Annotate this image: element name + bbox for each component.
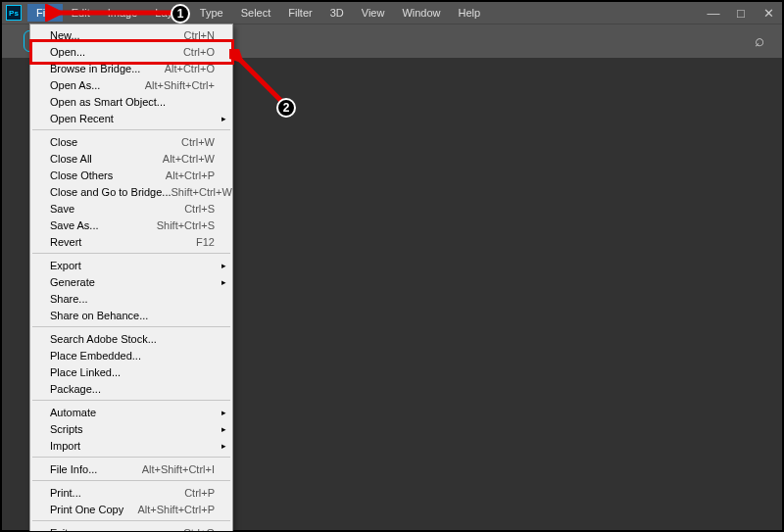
menu-revert[interactable]: RevertF12 bbox=[30, 233, 232, 250]
menu-item-label: Exit bbox=[50, 527, 68, 533]
menu-scripts[interactable]: Scripts bbox=[30, 420, 232, 437]
menu-item-label: Place Linked... bbox=[50, 366, 121, 378]
menu-item-label: Export bbox=[50, 260, 81, 271]
menu-print[interactable]: Print...Ctrl+P bbox=[30, 484, 232, 501]
close-window-button[interactable]: ✕ bbox=[755, 2, 782, 24]
menu-item-label: Scripts bbox=[50, 423, 83, 435]
annotation-step-2: 2 bbox=[276, 98, 296, 118]
menu-automate[interactable]: Automate bbox=[30, 404, 232, 420]
menu-separator bbox=[32, 326, 230, 327]
app-window: Ps FileEditImageLayerTypeSelectFilter3DV… bbox=[2, 2, 782, 530]
menu-separator bbox=[32, 520, 230, 521]
menu-separator bbox=[32, 480, 230, 481]
menu-browse-in-bridge[interactable]: Browse in Bridge...Alt+Ctrl+O bbox=[30, 60, 232, 76]
photoshop-icon: Ps bbox=[6, 5, 22, 21]
menu-item-type[interactable]: Type bbox=[191, 4, 232, 22]
menu-item-label: Revert bbox=[50, 236, 81, 248]
search-icon[interactable]: ⌕ bbox=[755, 31, 764, 51]
menu-item-label: Save bbox=[50, 203, 74, 215]
menu-open-recent[interactable]: Open Recent bbox=[30, 110, 232, 126]
menu-item-file[interactable]: File bbox=[27, 4, 63, 22]
menu-separator bbox=[32, 253, 230, 254]
menu-item-shortcut: Ctrl+S bbox=[184, 203, 215, 215]
menu-item-shortcut: Ctrl+W bbox=[181, 136, 215, 148]
menu-item-label: Save As... bbox=[50, 219, 99, 231]
menu-close-others[interactable]: Close OthersAlt+Ctrl+P bbox=[30, 167, 232, 183]
menu-export[interactable]: Export bbox=[30, 257, 232, 273]
menu-bar: Ps FileEditImageLayerTypeSelectFilter3DV… bbox=[2, 2, 782, 24]
menu-item-label: Close All bbox=[50, 153, 92, 165]
menu-item-label: Open As... bbox=[50, 79, 100, 91]
menu-item-label: Close bbox=[50, 136, 77, 148]
file-menu-dropdown: New...Ctrl+NOpen...Ctrl+OBrowse in Bridg… bbox=[29, 24, 233, 532]
menu-search-adobe-stock[interactable]: Search Adobe Stock... bbox=[30, 330, 232, 347]
menu-item-shortcut: Ctrl+P bbox=[184, 487, 215, 499]
menu-item-shortcut: Ctrl+O bbox=[183, 46, 215, 58]
menu-item-label: Browse in Bridge... bbox=[50, 63, 140, 74]
menu-open-as[interactable]: Open As...Alt+Shift+Ctrl+ bbox=[30, 76, 232, 93]
menu-close-and-go-to-bridge[interactable]: Close and Go to Bridge...Shift+Ctrl+W bbox=[30, 183, 232, 200]
menu-package[interactable]: Package... bbox=[30, 380, 232, 397]
menu-item-label: Automate bbox=[50, 407, 96, 418]
menu-item-label: Place Embedded... bbox=[50, 350, 141, 362]
menu-item-shortcut: Ctrl+N bbox=[184, 29, 215, 41]
menu-open-as-smart-object[interactable]: Open as Smart Object... bbox=[30, 93, 232, 110]
menu-item-label: Search Adobe Stock... bbox=[50, 333, 157, 345]
menu-separator bbox=[32, 400, 230, 401]
menu-item-label: Open... bbox=[50, 46, 85, 58]
menu-save-as[interactable]: Save As...Shift+Ctrl+S bbox=[30, 217, 232, 233]
menu-print-one-copy[interactable]: Print One CopyAlt+Shift+Ctrl+P bbox=[30, 501, 232, 517]
annotation-step-1: 1 bbox=[171, 4, 190, 24]
menu-item-shortcut: Alt+Shift+Ctrl+I bbox=[142, 463, 215, 475]
menu-place-embedded[interactable]: Place Embedded... bbox=[30, 347, 232, 363]
menu-item-help[interactable]: Help bbox=[450, 4, 490, 22]
menu-item-shortcut: Shift+Ctrl+W bbox=[172, 186, 232, 198]
menu-item-label: Open as Smart Object... bbox=[50, 96, 166, 108]
menu-file-info[interactable]: File Info...Alt+Shift+Ctrl+I bbox=[30, 460, 232, 477]
menu-item-label: Share on Behance... bbox=[50, 310, 148, 321]
menu-item-label: Print One Copy bbox=[50, 504, 123, 515]
menu-item-shortcut: Alt+Shift+Ctrl+P bbox=[137, 504, 215, 515]
menu-item-shortcut: Alt+Ctrl+O bbox=[165, 63, 215, 74]
menu-item-shortcut: Alt+Shift+Ctrl+ bbox=[145, 79, 215, 91]
menu-item-filter[interactable]: Filter bbox=[279, 4, 320, 22]
menu-item-label: Close and Go to Bridge... bbox=[50, 186, 172, 198]
minimize-button[interactable]: — bbox=[700, 2, 727, 24]
menu-item-label: Import bbox=[50, 440, 80, 452]
menu-item-view[interactable]: View bbox=[353, 4, 394, 22]
menu-share-on-behance[interactable]: Share on Behance... bbox=[30, 307, 232, 323]
menu-item-label: Generate bbox=[50, 276, 95, 288]
menu-open[interactable]: Open...Ctrl+O bbox=[30, 43, 232, 60]
menu-new[interactable]: New...Ctrl+N bbox=[30, 26, 232, 43]
menu-item-label: New... bbox=[50, 29, 80, 41]
menu-item-shortcut: Alt+Ctrl+P bbox=[166, 169, 215, 181]
menu-item-shortcut: Ctrl+Q bbox=[183, 527, 215, 533]
menu-item-window[interactable]: Window bbox=[393, 4, 449, 22]
menu-generate[interactable]: Generate bbox=[30, 273, 232, 290]
menu-separator bbox=[32, 129, 230, 130]
menu-item-select[interactable]: Select bbox=[232, 4, 280, 22]
menu-share[interactable]: Share... bbox=[30, 290, 232, 307]
menu-item-label: Share... bbox=[50, 293, 88, 305]
window-controls: — □ ✕ bbox=[700, 2, 782, 24]
menu-import[interactable]: Import bbox=[30, 437, 232, 454]
menu-close-all[interactable]: Close AllAlt+Ctrl+W bbox=[30, 150, 232, 167]
menu-separator bbox=[32, 457, 230, 458]
menu-item-label: Package... bbox=[50, 383, 101, 395]
menu-item-shortcut: Shift+Ctrl+S bbox=[157, 219, 215, 231]
menu-item-label: Close Others bbox=[50, 169, 113, 181]
menu-item-3d[interactable]: 3D bbox=[321, 4, 353, 22]
menu-item-label: Print... bbox=[50, 487, 81, 499]
menu-item-shortcut: F12 bbox=[196, 236, 215, 248]
menu-item-edit[interactable]: Edit bbox=[63, 4, 99, 22]
maximize-button[interactable]: □ bbox=[727, 2, 755, 24]
menu-item-label: Open Recent bbox=[50, 113, 114, 124]
menu-item-label: File Info... bbox=[50, 463, 97, 475]
menu-exit[interactable]: ExitCtrl+Q bbox=[30, 524, 232, 532]
menu-save[interactable]: SaveCtrl+S bbox=[30, 200, 232, 217]
menu-place-linked[interactable]: Place Linked... bbox=[30, 363, 232, 380]
menu-close[interactable]: CloseCtrl+W bbox=[30, 133, 232, 150]
menu-item-image[interactable]: Image bbox=[99, 4, 147, 22]
menu-item-shortcut: Alt+Ctrl+W bbox=[163, 153, 215, 165]
